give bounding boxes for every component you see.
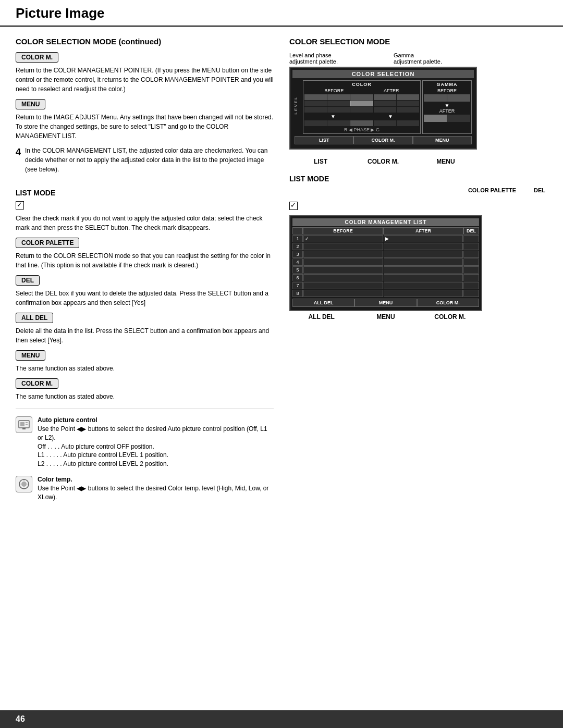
list-row-before-2 — [303, 243, 383, 250]
list-row-1: 1 ✓ ▶ — [292, 235, 479, 242]
list-row-del-3 — [463, 251, 479, 258]
list-row-6: 6 — [292, 274, 479, 281]
down-arrows: ▼ ▼ — [304, 114, 419, 119]
list-row-after-8 — [384, 290, 463, 297]
gamma-text: Gammaadjustment palette. — [394, 52, 442, 65]
list-row-before-3 — [303, 251, 383, 258]
list-del-header: DEL — [463, 227, 479, 235]
after-cell — [397, 120, 419, 126]
list-mode-title-left: LIST MODE — [16, 189, 274, 197]
gamma-cell — [424, 94, 447, 102]
list-row-5: 5 — [292, 266, 479, 274]
list-label: LIST — [289, 158, 352, 165]
list-callout-area: COLOR PALETTE DEL COLOR MANAGEMENT LIST … — [289, 187, 547, 311]
list-checkbox-right[interactable] — [289, 202, 298, 210]
list-row-after-4 — [384, 258, 463, 266]
step4-text: In the COLOR MANAGEMENT LIST, the adjust… — [25, 146, 274, 174]
color-temp-text: Use the Point ◀▶ buttons to select the d… — [38, 484, 274, 502]
level-phase-text: Level and phaseadjustment palette. — [289, 52, 338, 65]
color-palette-callout: COLOR PALETTE — [468, 187, 516, 193]
phase-row: R ◀ PHASE ▶ G — [304, 127, 419, 132]
grid-cell — [304, 94, 327, 100]
del-callout-text: DEL — [534, 187, 545, 193]
del-badge[interactable]: DEL — [16, 275, 40, 286]
color-palette-badge[interactable]: COLOR PALETTE — [16, 238, 79, 248]
color-m-badge-2[interactable]: COLOR M. — [16, 378, 58, 389]
menu-text-2: The same function as stated above. — [16, 364, 274, 373]
arrow-icon-1: ▶ — [385, 236, 389, 241]
list-row-del-1 — [463, 235, 479, 242]
color-m-badge[interactable]: COLOR M. — [16, 52, 58, 63]
after-label-left: AFTER — [384, 88, 399, 93]
menu-label-2: MENU — [353, 313, 418, 320]
after-cell — [350, 120, 373, 126]
list-mode-checkbox[interactable] — [16, 201, 24, 209]
color-m-label: COLOR M. — [352, 158, 414, 165]
auto-picture-off: Off . . . . Auto picture control OFF pos… — [38, 442, 274, 451]
diag1-list-btn[interactable]: LIST — [295, 136, 353, 144]
step-4: 4 In the COLOR MANAGEMENT LIST, the adju… — [16, 146, 274, 179]
menu-text: Return to the IMAGE ADJUST Menu. Any set… — [16, 113, 274, 141]
before-label: BEFORE — [324, 88, 344, 93]
del-callout: DEL — [534, 187, 545, 193]
all-del-diag-btn[interactable]: ALL DEL — [292, 299, 354, 307]
svg-point-6 — [21, 482, 27, 487]
color-temp-label: Color temp. — [38, 476, 274, 483]
menu-badge-2[interactable]: MENU — [16, 350, 45, 361]
before-after-labels: BEFORE AFTER — [304, 88, 419, 93]
menu-diag-btn[interactable]: MENU — [354, 299, 417, 307]
color-m-diag-btn[interactable]: COLOR M. — [417, 299, 479, 307]
grid-cell — [397, 107, 419, 113]
check-icon-1: ✓ — [305, 236, 309, 241]
gamma-col-title: GAMMA — [424, 82, 470, 87]
color-selection-diagram: COLOR SELECTION LEVEL COLOR BEFORE AFTER — [289, 67, 477, 150]
after-cell — [304, 120, 327, 126]
all-del-badge[interactable]: ALL DEL — [16, 313, 53, 323]
color-col-title: COLOR — [304, 82, 419, 87]
gamma-before-grid — [424, 94, 470, 102]
svg-rect-1 — [20, 422, 25, 426]
list-mode-title-right: LIST MODE — [289, 175, 547, 183]
grid-cell — [350, 94, 373, 100]
list-row-before-7 — [303, 282, 383, 289]
content-area: COLOR SELECTION MODE (continued) COLOR M… — [0, 27, 563, 520]
left-column: COLOR SELECTION MODE (continued) COLOR M… — [16, 37, 274, 509]
list-num-header — [292, 227, 303, 235]
menu-badge[interactable]: MENU — [16, 99, 45, 109]
auto-picture-l2: L2 . . . . . Auto picture control LEVEL … — [38, 460, 274, 468]
gamma-panel: GAMMA BEFORE ▼ AFTER — [422, 80, 472, 134]
gamma-cell — [424, 115, 447, 122]
list-row-after-5 — [384, 266, 463, 274]
list-management-diagram: COLOR MANAGEMENT LIST BEFORE AFTER DEL 1… — [289, 215, 482, 311]
list-after-header: AFTER — [383, 227, 463, 235]
diag1-menu-btn[interactable]: MENU — [413, 136, 472, 144]
list-row-num-5: 5 — [292, 266, 303, 274]
grid-cell — [350, 107, 373, 113]
list-row-num-6: 6 — [292, 274, 303, 281]
color-temp-content: Color temp. Use the Point ◀▶ buttons to … — [38, 476, 274, 502]
down-arrow-1: ▼ — [331, 114, 336, 119]
divider-1 — [16, 409, 274, 409]
color-palette-callout-text: COLOR PALETTE — [468, 187, 516, 193]
list-row-3: 3 — [292, 251, 479, 258]
step-number: 4 — [16, 147, 21, 179]
level-vert-label: LEVEL — [293, 96, 298, 115]
list-mode-check-text: Clear the check mark if you do not want … — [16, 214, 274, 232]
diag1-color-m-btn[interactable]: COLOR M. — [353, 136, 412, 144]
diag2-bottom-labels: ALL DEL MENU COLOR M. — [289, 313, 482, 320]
all-del-label: ALL DEL — [289, 313, 353, 320]
list-row-del-7 — [463, 282, 479, 289]
list-row-after-2 — [384, 243, 463, 250]
level-phase-label: Level and phaseadjustment palette. — [289, 52, 394, 65]
list-row-7: 7 — [292, 282, 479, 289]
menu-label: MENU — [414, 158, 477, 165]
color-palette-text: Return to the COLOR SELECTION mode so th… — [16, 251, 274, 270]
grid-cell — [397, 101, 419, 106]
grid-cell — [374, 107, 396, 113]
auto-picture-row: Auto picture control Use the Point ◀▶ bu… — [16, 416, 274, 468]
step-content: In the COLOR MANAGEMENT LIST, the adjust… — [25, 146, 274, 179]
after-cell — [327, 120, 350, 126]
auto-picture-text: Use the Point ◀▶ buttons to select the d… — [38, 425, 274, 442]
list-before-header: BEFORE — [303, 227, 383, 235]
svg-rect-2 — [26, 422, 28, 423]
